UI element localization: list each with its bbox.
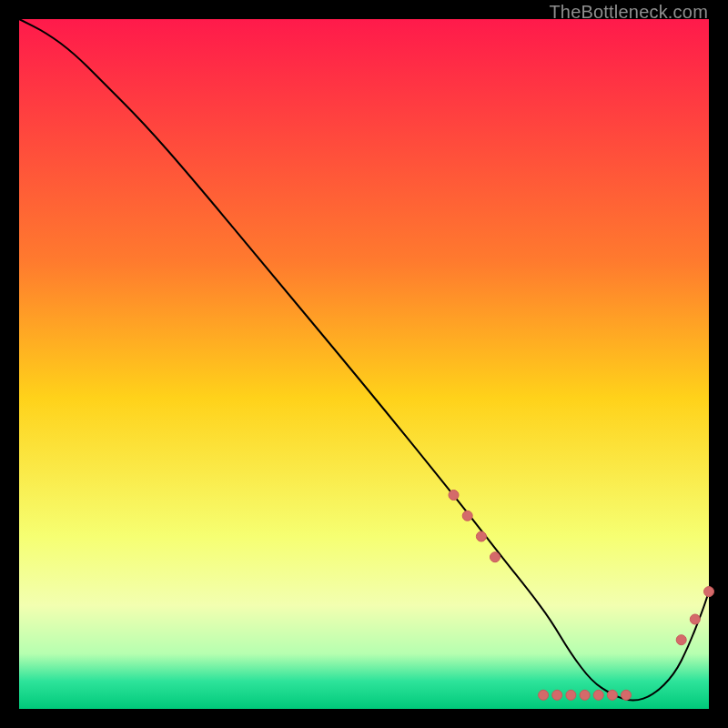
marker-dot — [593, 690, 603, 700]
marker-dot — [476, 531, 486, 541]
chart-stage: TheBottleneck.com — [0, 0, 728, 728]
marker-dot — [676, 635, 686, 645]
marker-dot — [449, 490, 459, 500]
marker-dot — [622, 690, 632, 700]
marker-dot — [552, 690, 562, 700]
watermark-text: TheBottleneck.com — [549, 2, 708, 23]
marker-dot — [566, 690, 576, 700]
marker-dot — [690, 614, 700, 624]
marker-dot — [490, 552, 500, 562]
curve-layer — [19, 19, 709, 709]
marker-dot — [539, 690, 549, 700]
marker-dot — [607, 690, 617, 700]
marker-dot — [462, 511, 472, 521]
bottleneck-curve-path — [19, 19, 709, 701]
marker-dot — [704, 587, 714, 597]
marker-dot — [580, 690, 590, 700]
